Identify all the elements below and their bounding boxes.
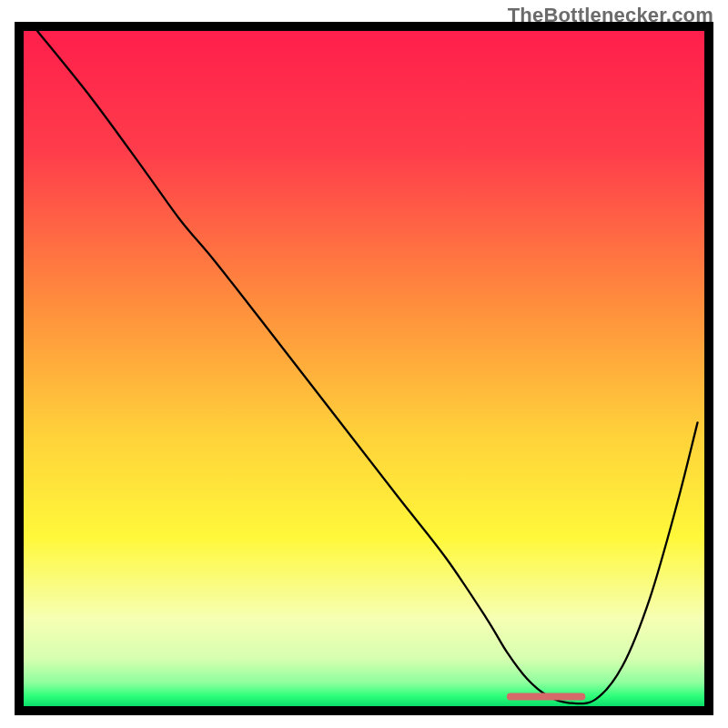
chart-svg — [15, 22, 713, 715]
chart-area — [15, 22, 713, 715]
watermark-text: TheBottlenecker.com — [508, 4, 713, 27]
gradient-background — [24, 31, 704, 706]
